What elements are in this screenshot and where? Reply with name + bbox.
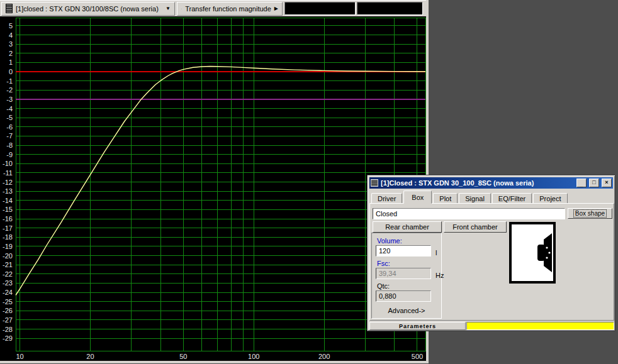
y-tick-label: -7	[6, 132, 13, 140]
y-tick-label: -18	[3, 233, 13, 241]
tab-plot[interactable]: Plot	[433, 193, 458, 204]
y-tick-label: -22	[3, 270, 13, 278]
maximize-button[interactable]: □	[589, 179, 599, 187]
box-parameters-dialog: [1]Closed : STX GDN 30_100_8SC (nowa ser…	[367, 175, 615, 331]
y-tick-label: -9	[6, 151, 13, 158]
plot-type-selector-button[interactable]: Transfer function magnitude ▶	[177, 2, 283, 16]
tab-box[interactable]: Box	[403, 190, 432, 204]
field-unit: Hz	[435, 272, 444, 279]
y-tick-label: -15	[3, 206, 13, 213]
y-tick-label: -29	[3, 334, 13, 342]
y-tick-label: -2	[6, 86, 13, 94]
y-tick-label: -6	[6, 123, 13, 131]
y-tick-label: -4	[6, 105, 13, 113]
tab-project[interactable]: Project	[533, 193, 567, 204]
curve-selector-button[interactable]: [1]closed : STX GDN 30/100/8SC (nowa ser…	[1, 2, 175, 16]
y-tick-label: 4	[9, 31, 13, 39]
y-tick-label: -10	[3, 160, 13, 167]
y-tick-label: -3	[6, 96, 13, 103]
plot-type-label: Transfer function magnitude	[185, 5, 271, 13]
close-button[interactable]: ×	[602, 179, 612, 187]
y-tick-label: 5	[9, 22, 13, 30]
notebook-icon	[6, 4, 13, 13]
x-tick-label: 200	[318, 353, 330, 360]
front-chamber-button[interactable]: Front chamber	[444, 221, 507, 233]
parameters-header[interactable]: Parameters	[369, 322, 466, 330]
y-tick-label: -8	[6, 141, 13, 149]
x-tick-label: 100	[248, 353, 259, 360]
x-tick-label: 500	[412, 353, 423, 360]
y-tick-label: -17	[3, 224, 13, 232]
field-label-qtc: Qtc:	[377, 282, 390, 290]
plot-toolbar: [1]closed : STX GDN 30/100/8SC (nowa ser…	[0, 0, 426, 16]
toolbar-slot-1	[284, 2, 356, 15]
y-tick-label: -24	[3, 289, 13, 296]
field-label-fsc: Fsc:	[377, 260, 390, 267]
y-tick-label: -12	[3, 179, 13, 186]
y-tick-label: 1	[9, 58, 13, 66]
curve-selector-label: [1]closed : STX GDN 30/100/8SC (nowa ser…	[16, 5, 162, 13]
box-shape-button[interactable]: Box shape	[568, 208, 612, 219]
transfer-function-chart: 543210-1-2-3-4-5-6-7-8-9-10-11-12-13-14-…	[0, 16, 426, 361]
x-tick-label: 20	[86, 353, 94, 360]
y-tick-label: 3	[9, 40, 13, 48]
advanced-button[interactable]: Advanced->	[372, 307, 441, 314]
y-tick-label: -20	[3, 252, 13, 260]
y-tick-label: -11	[3, 169, 13, 177]
plot-window: [1]closed : STX GDN 30/100/8SC (nowa ser…	[0, 0, 429, 363]
tab-driver[interactable]: Driver	[371, 193, 402, 204]
field-unit: l	[435, 249, 437, 256]
field-label-volume: Volume:	[377, 237, 402, 245]
field-input-volume[interactable]	[376, 245, 431, 256]
y-tick-label: -1	[6, 77, 13, 85]
y-tick-label: -14	[3, 197, 13, 204]
dialog-tabs: DriverBoxPlotSignalEQ/FilterProject	[371, 190, 569, 204]
y-tick-label: -26	[3, 307, 13, 314]
sine-wave-icon	[181, 5, 182, 13]
minimize-button[interactable]: _	[576, 179, 587, 187]
dialog-icon	[371, 179, 378, 187]
tab-eq-filter[interactable]: EQ/Filter	[492, 193, 532, 204]
desktop: { "colors": { "app_bg": "#4d4d4d", "chro…	[0, 0, 618, 364]
y-tick-label: -16	[3, 215, 13, 223]
y-tick-label: -25	[3, 298, 13, 306]
tab-signal[interactable]: Signal	[459, 193, 491, 204]
submenu-arrow-icon: ▶	[274, 6, 278, 11]
tab-box-content: Box shape Rear chamber Front chamber Vol…	[369, 203, 614, 321]
y-tick-label: -5	[6, 114, 13, 121]
y-tick-label: -19	[3, 243, 13, 250]
y-tick-label: 2	[9, 50, 13, 57]
y-tick-label: -28	[3, 326, 13, 333]
x-tick-label: 10	[16, 353, 23, 360]
dialog-title: [1]Closed : STX GDN 30_100_8SC (nowa ser…	[381, 179, 574, 187]
field-input-qtc	[376, 290, 431, 302]
dropdown-arrow-icon: ▼	[166, 6, 171, 11]
y-tick-label: -21	[3, 261, 13, 268]
rear-chamber-button[interactable]: Rear chamber	[373, 221, 442, 233]
box-shape-graphic	[509, 222, 556, 284]
dialog-titlebar[interactable]: [1]Closed : STX GDN 30_100_8SC (nowa ser…	[369, 177, 613, 189]
box-type-field[interactable]	[373, 208, 565, 219]
field-input-fsc	[376, 268, 431, 279]
y-tick-label: -13	[3, 187, 13, 195]
x-tick-label: 50	[179, 353, 187, 360]
toolbar-slot-2	[357, 2, 423, 15]
rear-chamber-panel: Volume:lFsc:HzQtc: Advanced->	[371, 233, 442, 319]
plot-background	[0, 16, 426, 361]
status-progress-bar	[466, 322, 614, 330]
y-tick-label: -27	[3, 316, 13, 324]
y-tick-label: 0	[9, 68, 13, 75]
y-tick-label: -23	[3, 279, 13, 287]
